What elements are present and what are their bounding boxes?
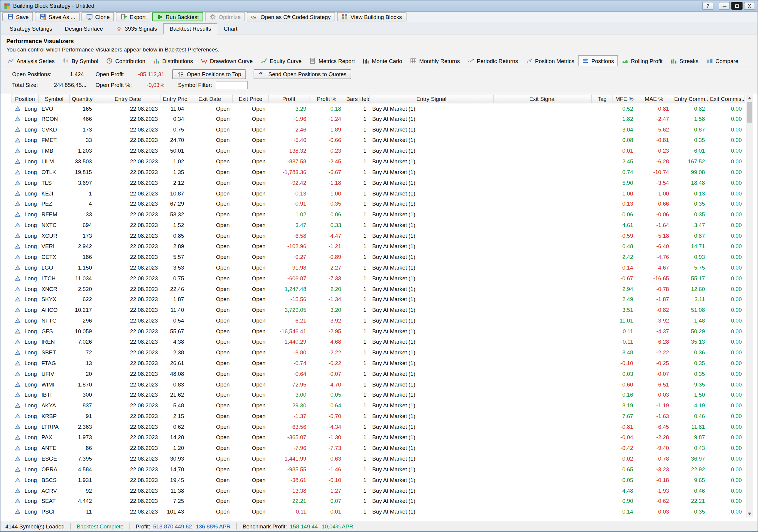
tab-rolling-profit[interactable]: Rolling Profit [618, 55, 666, 66]
tab-backtest-results[interactable]: Backtest Results [163, 23, 218, 34]
column-header-exit-price[interactable]: Exit Price [232, 95, 268, 103]
position-row[interactable]: LongTLS3.69722.08.20232,12OpenOpen-92.42… [11, 177, 744, 188]
position-row[interactable]: LongSKYX62222.08.20231,87OpenOpen-15.56-… [11, 294, 744, 305]
tab-metrics-report[interactable]: Metrics Report [306, 55, 359, 66]
optimize-button[interactable]: Optimize [205, 12, 245, 21]
tab-periodic-returns[interactable]: Periodic Returns [464, 55, 522, 66]
tab-positions[interactable]: Positions [578, 55, 618, 66]
column-header-exit-commis[interactable]: Exit Commis... [708, 95, 744, 103]
tab-position-metrics[interactable]: Position Metrics [522, 55, 578, 66]
position-row[interactable]: LongANTE8622.08.20231,20OpenOpen-7.96-7.… [11, 443, 744, 453]
clone-button[interactable]: Clone [82, 12, 114, 21]
position-row[interactable]: LongLGO1.15022.08.20233,53OpenOpen-91.98… [11, 262, 744, 273]
cell-symbol: KEJI [39, 188, 70, 199]
position-row[interactable]: LongPAX1.97322.08.202314,28OpenOpen-365.… [11, 432, 744, 443]
help-button[interactable]: ? [702, 2, 713, 10]
position-row[interactable]: LongIREN7.02622.08.20234,38OpenOpen-1,44… [11, 337, 744, 347]
position-row[interactable]: LongCVKD17322.08.20230,75OpenOpen-2.46-1… [11, 124, 744, 135]
position-row[interactable]: LongOPRA4.58422.08.202314,70OpenOpen-985… [11, 464, 744, 475]
scrollbar-thumb[interactable] [747, 102, 752, 122]
symbol-filter-input[interactable] [216, 81, 248, 89]
tab-strategy-settings[interactable]: Strategy Settings [3, 23, 58, 34]
backtest-preferences-link[interactable]: Backtest Preferences [165, 47, 218, 52]
position-row[interactable]: LongGFS10.05922.08.202355,67OpenOpen-16,… [11, 326, 744, 337]
position-row[interactable]: LongOTLK19.81522.08.20231,35OpenOpen-1,7… [11, 167, 744, 177]
position-row[interactable]: LongSBET7222.08.20232,38OpenOpen-3.80-2.… [11, 347, 744, 358]
position-row[interactable]: LongLTRPA2.36322.08.20230,62OpenOpen-63.… [11, 421, 744, 432]
minimize-button[interactable] [719, 2, 730, 10]
open-csharp-button[interactable]: C#Open as C# Coded Strategy [247, 12, 335, 21]
column-header-mae[interactable]: MAE % [636, 95, 672, 103]
tab-chart[interactable]: Chart [218, 23, 244, 34]
long-position-icon [14, 424, 21, 430]
position-row[interactable]: LongSEAT4.44222.08.20237,25OpenOpen22.21… [11, 496, 744, 506]
position-row[interactable]: LongCETX18622.08.20235,57OpenOpen-9.27-0… [11, 252, 744, 262]
tab-by-symbol[interactable]: By Symbol [59, 55, 102, 66]
position-row[interactable]: LongUFIV2022.08.202348,08OpenOpen-0.64-0… [11, 368, 744, 379]
position-row[interactable]: LongRCON46622.08.20230,34OpenOpen-1.96-1… [11, 114, 744, 124]
tab-drawdown-curve[interactable]: Drawdown Curve [197, 55, 257, 66]
tab-contribution[interactable]: Contribution [102, 55, 149, 66]
tab-monte-carlo[interactable]: Monte Carlo [359, 55, 406, 66]
position-row[interactable]: LongKRBP9122.08.20232,15OpenOpen-1.37-0.… [11, 411, 744, 422]
tab-3935-signals[interactable]: 3935 Signals [109, 23, 163, 35]
position-row[interactable]: LongWIMI1.87022.08.20230,83OpenOpen-72.9… [11, 379, 744, 390]
position-row[interactable]: LongXCUR17322.08.20230,85OpenOpen-6.58-4… [11, 230, 744, 241]
run-backtest-button[interactable]: Run Backtest [152, 12, 203, 21]
column-header-bars-held[interactable]: Bars Held [344, 95, 369, 103]
scroll-down-arrow[interactable] [746, 511, 753, 517]
position-row[interactable]: LongBSCS1.93122.08.202319,45OpenOpen-38.… [11, 475, 744, 485]
position-row[interactable]: LongFMET3322.08.202324,70OpenOpen-5.46-0… [11, 135, 744, 146]
position-row[interactable]: LongKEJI122.08.202310,87OpenOpen-0.13-1.… [11, 188, 744, 199]
position-row[interactable]: LongACRV9222.08.202311,38OpenOpen-13.38-… [11, 485, 744, 496]
position-row[interactable]: LongESGE7.39522.08.202330,93OpenOpen-1,4… [11, 453, 744, 464]
position-row[interactable]: LongVERI2.94222.08.20232,89OpenOpen-102.… [11, 241, 744, 252]
maximize-button[interactable] [731, 2, 742, 10]
save-button[interactable]: Save [2, 12, 33, 21]
position-row[interactable]: LongNFTG29622.08.20230,54OpenOpen-6.21-3… [11, 316, 744, 326]
column-header-profit[interactable]: Profit % [309, 95, 344, 103]
column-header-entry-comm[interactable]: Entry Comm... [672, 95, 708, 103]
scroll-up-arrow[interactable] [746, 95, 753, 101]
export-button[interactable]: Export [116, 12, 150, 21]
position-row[interactable]: LongLTCH11.03422.08.20230,75OpenOpen-606… [11, 273, 744, 283]
column-header-tag[interactable]: Tag [591, 95, 613, 103]
tab-compare[interactable]: Compare [702, 55, 742, 66]
position-row[interactable]: LongRFEM3322.08.202353,32OpenOpen1.020.0… [11, 209, 744, 220]
column-header-symbol[interactable]: Symbol [39, 95, 70, 103]
position-row[interactable]: LongNXTC69422.08.20231,52OpenOpen3.470.3… [11, 220, 744, 231]
column-header-entry-price[interactable]: Entry Price [161, 95, 187, 103]
column-header-quantity[interactable]: Quantity [70, 95, 95, 103]
tab-distributions[interactable]: Distributions [149, 55, 197, 66]
position-row[interactable]: LongXNCR2.52022.08.202322,46OpenOpen1,24… [11, 283, 744, 294]
cell-entry-comm: 36.97 [672, 453, 708, 464]
column-header-position[interactable]: Position [11, 95, 38, 103]
position-row[interactable]: LongAHCO10.21722.08.202311,40OpenOpen3,7… [11, 305, 744, 316]
send-open-positions-to-quotes-button[interactable]: “Send Open Positions to Quotes [254, 69, 352, 79]
position-row[interactable]: LongPEZ422.08.202367,29OpenOpen-0.91-0.3… [11, 198, 744, 209]
tab-equity-curve[interactable]: Equity Curve [257, 55, 305, 66]
column-header-exit-signal[interactable]: Exit Signal [494, 95, 591, 103]
vertical-scrollbar[interactable] [746, 95, 753, 517]
position-row[interactable]: LongEVO16522.08.202311,04OpenOpen3.290.1… [11, 103, 744, 114]
column-header-mfe[interactable]: MFE % [613, 95, 636, 103]
column-header-profit[interactable]: Profit [268, 95, 309, 103]
tab-design-surface[interactable]: Design Surface [58, 23, 109, 34]
tab-analysis-series[interactable]: Analysis Series [3, 55, 58, 66]
column-header-entry-signal[interactable]: Entry Signal [369, 95, 494, 103]
column-header-entry-date[interactable]: Entry Date [95, 95, 161, 103]
close-button[interactable]: X [744, 2, 755, 10]
tab-monthly-returns[interactable]: Monthly Returns [406, 55, 464, 66]
position-row[interactable]: LongAKYA83722.08.20235,48OpenOpen29.300.… [11, 400, 744, 411]
cell-quantity: 2.363 [70, 421, 95, 432]
position-row[interactable]: LongFTAG1322.08.202326,61OpenOpen-0.74-0… [11, 358, 744, 368]
open-positions-to-top-button[interactable]: Open Positions to Top [172, 69, 246, 79]
position-row[interactable]: LongIBTI30022.08.202321,62OpenOpen3.000.… [11, 389, 744, 400]
save-as-button[interactable]: Save As ... [35, 12, 80, 21]
column-header-exit-date[interactable]: Exit Date [187, 95, 232, 103]
view-building-blocks-button[interactable]: View Building Blocks [337, 12, 406, 21]
position-row[interactable]: LongPSCI1122.08.2023101,43OpenOpen-0.11-… [11, 506, 744, 517]
tab-streaks[interactable]: Streaks [666, 55, 702, 66]
position-row[interactable]: LongFMB1.20322.08.202350,01OpenOpen-138.… [11, 146, 744, 156]
position-row[interactable]: LongLILM33.50322.08.20231,02OpenOpen-837… [11, 156, 744, 167]
